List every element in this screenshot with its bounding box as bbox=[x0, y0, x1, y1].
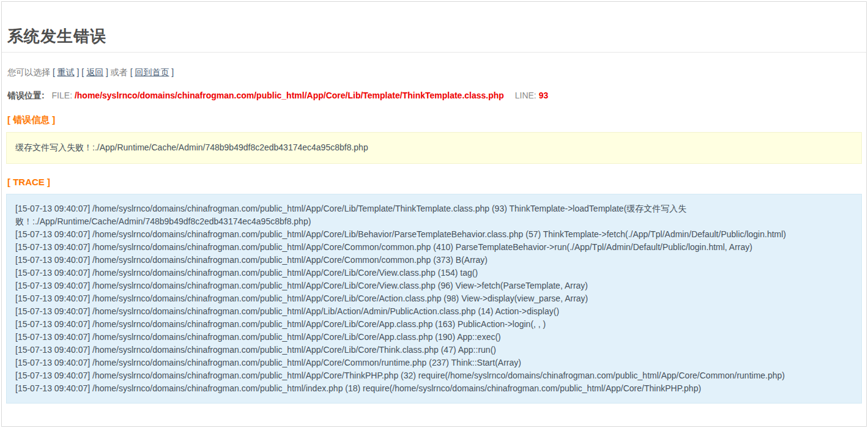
trace-line: [15-07-13 09:40:07] /home/syslrnco/domai… bbox=[15, 356, 853, 369]
bracket: ] bbox=[106, 67, 108, 77]
trace-line: [15-07-13 09:40:07] /home/syslrnco/domai… bbox=[15, 344, 853, 356]
title-divider bbox=[2, 52, 866, 53]
trace-line: [15-07-13 09:40:07] /home/syslrnco/domai… bbox=[15, 331, 853, 344]
choose-lead-text: 您可以选择 bbox=[7, 67, 50, 77]
choose-or-text: 或者 bbox=[111, 67, 128, 77]
trace-line: [15-07-13 09:40:07] /home/syslrnco/domai… bbox=[15, 228, 853, 241]
trace-line: [15-07-13 09:40:07] /home/syslrnco/domai… bbox=[15, 382, 853, 395]
trace-line: [15-07-13 09:40:07] /home/syslrnco/domai… bbox=[15, 267, 853, 279]
retry-link[interactable]: 重试 bbox=[57, 67, 75, 77]
back-link[interactable]: 返回 bbox=[86, 67, 103, 77]
error-page-container: 系统发生错误 您可以选择 [ 重试 ] [ 返回 ] 或者 [ 回到首页 ] 错… bbox=[1, 1, 867, 427]
bracket: [ bbox=[81, 67, 84, 77]
trace-line: [15-07-13 09:40:07] /home/syslrnco/domai… bbox=[15, 305, 853, 318]
line-label: LINE: bbox=[515, 90, 536, 100]
trace-line: [15-07-13 09:40:07] /home/syslrnco/domai… bbox=[15, 292, 853, 305]
bracket: [ bbox=[130, 67, 133, 77]
trace-line: [15-07-13 09:40:07] /home/syslrnco/domai… bbox=[15, 318, 853, 331]
error-line-number: 93 bbox=[539, 90, 549, 100]
page-title: 系统发生错误 bbox=[7, 28, 862, 45]
error-message-box: 缓存文件写入失败！:./App/Runtime/Cache/Admin/748b… bbox=[6, 132, 862, 164]
file-label: FILE: bbox=[52, 90, 72, 100]
error-file-path: /home/syslrnco/domains/chinafrogman.com/… bbox=[75, 90, 504, 100]
error-message-text: 缓存文件写入失败！:./App/Runtime/Cache/Admin/748b… bbox=[15, 142, 368, 152]
trace-line: [15-07-13 09:40:07] /home/syslrnco/domai… bbox=[15, 241, 853, 254]
error-location-row: 错误位置: FILE: /home/syslrnco/domains/china… bbox=[7, 90, 862, 101]
bracket: ] bbox=[77, 67, 80, 77]
trace-header: [ TRACE ] bbox=[7, 177, 862, 187]
error-location-label: 错误位置: bbox=[7, 90, 45, 100]
trace-line: [15-07-13 09:40:07] /home/syslrnco/domai… bbox=[15, 254, 853, 267]
home-link[interactable]: 回到首页 bbox=[135, 67, 169, 77]
trace-line: [15-07-13 09:40:07] /home/syslrnco/domai… bbox=[15, 279, 853, 292]
error-info-header: [ 错误信息 ] bbox=[7, 114, 862, 126]
action-links-row: 您可以选择 [ 重试 ] [ 返回 ] 或者 [ 回到首页 ] bbox=[7, 67, 862, 78]
trace-line: [15-07-13 09:40:07] /home/syslrnco/domai… bbox=[15, 202, 853, 228]
trace-line: [15-07-13 09:40:07] /home/syslrnco/domai… bbox=[15, 369, 853, 382]
trace-box: [15-07-13 09:40:07] /home/syslrnco/domai… bbox=[6, 194, 862, 404]
bracket: [ bbox=[53, 67, 55, 77]
bracket: ] bbox=[171, 67, 174, 77]
